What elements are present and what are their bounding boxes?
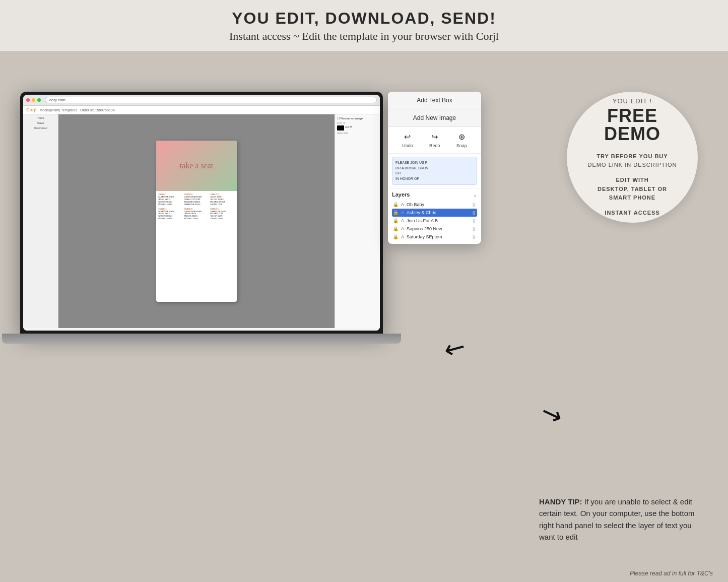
table3-label: TABLE 3 — [210, 193, 235, 196]
badge-line1: TRY BEFORE YOU BUY — [597, 152, 668, 161]
seating-row-1: TABLE 1 SAMANTHA JONESJASON SMITHTAYLOR … — [158, 193, 235, 206]
banner-subtitle: Instant access ~ Edit the template in yo… — [0, 30, 728, 43]
seating-col-4: TABLE 4 SAMANTHA JONESJASON SMITHTAYLOR … — [158, 208, 183, 221]
text-preview-line3: CH — [395, 171, 401, 175]
sidebar-item-tools: Tools — [25, 116, 56, 119]
layer-label-join-us: Join Us For A B — [407, 218, 470, 223]
sidebar-item-save[interactable]: Save — [25, 121, 56, 124]
text-preview-box: PLEASE JOIN US F OR A BRIDAL BRUN CH IN … — [392, 157, 477, 185]
undo-label: Undo — [402, 143, 413, 148]
layer-delete-icon[interactable]: 🗑 — [472, 203, 476, 207]
table1-label: TABLE 1 — [158, 193, 183, 196]
corjl-logo: Corjl — [26, 107, 37, 112]
right-panel-tools: A A ☰ — [345, 125, 352, 131]
handy-tip-label: HANDY TIP: — [539, 497, 582, 506]
layer-item-join-us[interactable]: 🔒 A Join Us For A B 🗑 — [392, 217, 477, 225]
table4-names: SAMANTHA JONESJASON SMITHTAYLOR BROWNMIC… — [158, 211, 183, 221]
layer-type-icon-4: A — [401, 226, 404, 231]
table5-names: CARRIE BRADSHAWJASON SMITHTAYLOR JONESMI… — [184, 211, 209, 221]
table1-names: SAMANTHA JONESJASON SMITHTAYLOR BROWNMIC… — [158, 196, 183, 206]
top-banner: YOU EDIT, DOWNLOAD, SEND! Instant access… — [0, 0, 728, 51]
badge-line2: DEMO LINK IN DESCRIPTION — [588, 161, 677, 170]
color-swatch-black — [337, 125, 344, 131]
snap-label: Snap — [456, 143, 467, 148]
layer-lock-icon-5: 🔒 — [393, 234, 399, 239]
seating-chart-title: take a seat — [180, 161, 214, 170]
text-preview-line2: OR A BRIDAL BRUN — [395, 166, 428, 170]
corjl-ui: Corjl MockupParty Templates Order Id: 15… — [23, 106, 380, 331]
redo-icon: ↪ — [431, 132, 438, 142]
layers-title: Layers — [392, 191, 410, 198]
layer-lock-icon-3: 🔒 — [393, 218, 399, 223]
free-demo-badge: YOU EDIT ! FREE DEMO TRY BEFORE YOU BUY … — [567, 92, 698, 223]
layer-delete-icon-2[interactable]: 🗑 — [472, 211, 476, 215]
fp-toolbar: ↩ Undo ↪ Redo ⊕ Snap — [388, 127, 481, 154]
laptop-base — [2, 334, 401, 344]
corjl-canvas: take a seat TABLE 1 SAMANTHA JONESJASON … — [58, 114, 335, 328]
layer-lock-icon-4: 🔒 — [393, 226, 399, 231]
corjl-header: Corjl MockupParty Templates Order Id: 15… — [23, 106, 380, 114]
arrow-to-layers: ↙ — [536, 397, 566, 431]
main-area: corjl.com Corjl MockupParty Templates Or… — [0, 51, 728, 582]
layers-chevron-icon[interactable]: ⌄ — [473, 192, 477, 198]
layer-delete-icon-5[interactable]: 🗑 — [472, 235, 476, 239]
right-panel-font: Font ▼ — [337, 121, 378, 124]
browser-dot-close — [26, 98, 30, 102]
corjl-right-panel: ☐ Resize as image Font ▼ A A ☰ Style Tex… — [335, 114, 380, 328]
layer-item-oh-baby[interactable]: 🔒 A Oh Baby 🗑 — [392, 201, 477, 209]
corjl-body: Tools Save Download take a seat — [23, 114, 380, 328]
redo-label: Redo — [429, 143, 440, 148]
layer-type-icon: A — [401, 202, 404, 207]
style-text-label: Style Text — [337, 132, 378, 135]
seating-chart: take a seat TABLE 1 SAMANTHA JONESJASON … — [156, 141, 237, 302]
layer-label-oh-baby: Oh Baby — [407, 202, 470, 207]
text-preview-line1: PLEASE JOIN US F — [395, 161, 427, 164]
seating-col-1: TABLE 1 SAMANTHA JONESJASON SMITHTAYLOR … — [158, 193, 183, 206]
table6-label: TABLE 6 — [210, 208, 235, 210]
corjl-brand: MockupParty Templates — [40, 108, 78, 112]
laptop: corjl.com Corjl MockupParty Templates Or… — [20, 92, 383, 369]
layer-type-icon-3: A — [401, 218, 404, 223]
banner-title: YOU EDIT, DOWNLOAD, SEND! — [0, 9, 728, 28]
layer-item-saturday[interactable]: 🔒 A Saturday SEptem 🗑 — [392, 233, 477, 241]
floating-layers-panel: Add Text Box Add New Image ↩ Undo ↪ Redo… — [388, 92, 481, 244]
undo-tool[interactable]: ↩ Undo — [402, 132, 413, 148]
table2-label: TABLE 2 — [184, 193, 209, 196]
add-new-image-button[interactable]: Add New Image — [388, 109, 481, 127]
seating-col-3: TABLE 3 JASON SMITHTAYLOR JONESMICHAEL B… — [210, 193, 235, 206]
snap-icon: ⊕ — [458, 132, 465, 142]
layer-type-icon-5: A — [401, 234, 404, 239]
layer-lock-icon-2: 🔒 — [393, 210, 399, 215]
layer-delete-icon-3[interactable]: 🗑 — [472, 219, 476, 223]
table2-names: CARRIE BRADSHAWCHARLOTTE YORKMIRANDA HOB… — [184, 196, 209, 206]
layers-header: Layers ⌄ — [392, 191, 477, 198]
handy-tip-text: HANDY TIP: If you are unable to select &… — [539, 496, 700, 543]
badge-line5: SMART PHONE — [609, 193, 655, 203]
seating-col-6: TABLE 6 SAMANTHA JONESMICHAEL YORKTAYLOR… — [210, 208, 235, 221]
layer-lock-icon: 🔒 — [393, 202, 399, 207]
layer-item-supinos[interactable]: 🔒 A Supinos 250 New 🗑 — [392, 225, 477, 233]
seating-row-2: TABLE 4 SAMANTHA JONESJASON SMITHTAYLOR … — [158, 208, 235, 221]
snap-tool[interactable]: ⊕ Snap — [456, 132, 467, 148]
disclaimer: Please read ad in full for T&C's — [630, 570, 713, 577]
layer-label-ashley-chris: Ashley & Chris — [407, 210, 470, 215]
redo-tool[interactable]: ↪ Redo — [429, 132, 440, 148]
layer-delete-icon-4[interactable]: 🗑 — [472, 227, 476, 231]
right-panel-resize: ☐ Resize as image — [337, 116, 378, 120]
text-preview-line4: IN HONOR OF — [395, 177, 419, 180]
badge-you-edit: YOU EDIT ! — [613, 97, 652, 105]
undo-icon: ↩ — [404, 132, 411, 142]
table3-names: JASON SMITHTAYLOR JONESMICHAEL BROWNCARR… — [210, 196, 235, 206]
seating-col-5: TABLE 5 CARRIE BRADSHAWJASON SMITHTAYLOR… — [184, 208, 209, 221]
sidebar-item-download[interactable]: Download — [25, 126, 56, 130]
seating-chart-body: TABLE 1 SAMANTHA JONESJASON SMITHTAYLOR … — [156, 191, 237, 224]
corjl-sidebar: Tools Save Download — [23, 114, 58, 328]
layer-item-ashley-chris[interactable]: 🔒 A Ashley & Chris 🗑 — [392, 209, 477, 217]
layer-type-icon-2: A — [401, 210, 404, 215]
add-text-box-button[interactable]: Add Text Box — [388, 92, 481, 109]
table6-names: SAMANTHA JONESMICHAEL YORKTAYLOR SMITHCA… — [210, 211, 235, 221]
browser-address-bar[interactable]: corjl.com — [45, 97, 377, 103]
laptop-screen-inner: corjl.com Corjl MockupParty Templates Or… — [23, 95, 380, 331]
badge-line4: DESKTOP, TABLET OR — [598, 185, 667, 194]
badge-line3: EDIT WITH — [616, 176, 648, 185]
